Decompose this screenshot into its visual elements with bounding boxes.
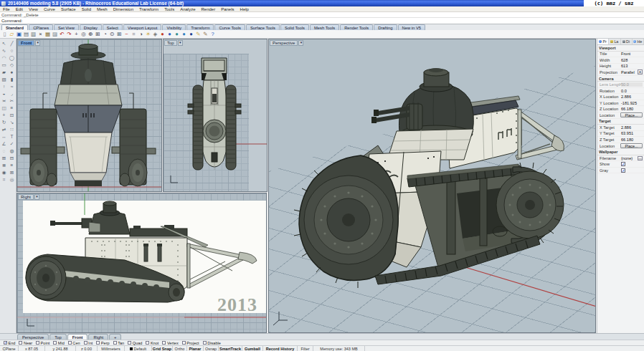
copy-tool-icon[interactable]: ⊡ — [8, 112, 16, 119]
redo-icon[interactable]: ↷ — [66, 31, 72, 38]
osnap-toggle[interactable]: ✓End — [4, 341, 15, 345]
title-bar[interactable]: 20140406 modeling 5.8 (2905 KB) - Rhinoc… — [0, 0, 644, 6]
browse-button[interactable]: ... — [638, 156, 643, 160]
toolbar-tab[interactable]: Standard — [1, 24, 28, 30]
viewport-front[interactable]: Front▼ — [16, 39, 162, 192]
viewport-top[interactable]: Top▼ — [163, 39, 267, 192]
status-cell[interactable]: z 0.00 — [76, 346, 98, 351]
cplane-icon[interactable]: ⌗ — [0, 176, 8, 183]
toolbar-tab[interactable]: New in V5 — [398, 24, 425, 30]
menu-item[interactable]: File — [0, 7, 13, 11]
scale-icon[interactable]: ↘ — [8, 119, 16, 126]
status-cell[interactable]: CPlane — [0, 346, 19, 351]
osnap-toggle[interactable]: ✓Cen — [68, 341, 80, 345]
move-tool-icon[interactable]: + — [0, 112, 8, 119]
rotate-tool-icon[interactable]: ↻ — [0, 119, 8, 126]
lock-icon[interactable]: ◈ — [152, 31, 158, 38]
surface-icon[interactable]: ▰ — [0, 69, 8, 76]
group-icon[interactable]: ⊞ — [0, 155, 8, 162]
osnap-toggle[interactable]: ✓Disable — [203, 341, 221, 345]
tools-icon[interactable]: ✎ — [202, 31, 209, 38]
undo-icon[interactable]: ↶ — [59, 31, 65, 38]
render-teal-icon[interactable]: ● — [174, 31, 180, 38]
osnap-toggle[interactable]: ✓Mid — [53, 341, 65, 345]
clipboard-icon[interactable]: ▨ — [52, 31, 58, 38]
menu-item[interactable]: Surface — [58, 7, 79, 11]
arc-icon[interactable]: ◠ — [0, 54, 8, 62]
array-icon[interactable]: ∷ — [8, 126, 16, 133]
status-cell[interactable]: Osnap — [204, 346, 219, 351]
circle-icon[interactable]: ○ — [8, 47, 16, 54]
status-cell[interactable]: Planar — [187, 346, 204, 351]
viewport-perspective[interactable]: Perspective▼ — [268, 39, 596, 333]
hide-icon[interactable]: − — [123, 31, 130, 38]
rectangle-icon[interactable]: ▭ — [0, 62, 8, 69]
zoom-sel-icon[interactable]: ⊙ — [109, 31, 115, 38]
copy-icon[interactable]: ▥ — [30, 31, 37, 38]
menu-item[interactable]: Solid — [79, 7, 94, 11]
polyline-icon[interactable]: ╱ — [8, 40, 16, 47]
panel-button[interactable]: Place... — [620, 112, 643, 117]
help-icon[interactable]: ? — [209, 31, 216, 38]
toolbar-tab[interactable]: Solid Tools — [280, 24, 309, 30]
status-cell[interactable]: Memory use: 343 MB — [313, 346, 365, 351]
zoom-window-icon[interactable]: ⊕ — [87, 31, 94, 38]
viewport-right-label[interactable]: Right▼ — [18, 194, 39, 200]
dimension-icon[interactable]: ↔ — [0, 133, 8, 140]
osnap-toggle[interactable]: ✓Vertex — [162, 341, 178, 345]
menu-item[interactable]: Tools — [161, 7, 177, 11]
curve-icon[interactable]: ∿ — [0, 47, 8, 54]
pan-icon[interactable]: ◔ — [102, 31, 108, 38]
viewport-menu-icon[interactable]: ▼ — [178, 40, 183, 46]
toolbar-tab[interactable]: Set View — [54, 24, 79, 30]
toolbar-tab[interactable]: Display — [80, 24, 102, 30]
earth-icon[interactable]: ● — [181, 31, 187, 38]
toolbar-tab[interactable]: Select — [103, 24, 123, 30]
loft-icon[interactable]: ≈ — [8, 83, 16, 90]
status-cell[interactable]: SmartTrack — [219, 346, 242, 351]
paste-icon[interactable]: ▦ — [44, 31, 51, 38]
polygon-icon[interactable]: ◇ — [8, 62, 16, 69]
zoom-extents-icon[interactable]: ⊞ — [95, 31, 101, 38]
panel-tab[interactable]: Di — [621, 39, 633, 44]
viewport-tab[interactable]: Perspective — [17, 334, 49, 340]
props-icon[interactable]: ≡ — [8, 162, 16, 169]
view-icon[interactable]: ◎ — [8, 176, 16, 183]
save-icon[interactable]: ▣ — [16, 31, 22, 38]
osnap-toggle[interactable]: ✓Quad — [128, 341, 142, 345]
ungroup-icon[interactable]: ⊟ — [8, 155, 16, 162]
status-cell[interactable]: Gumball — [242, 346, 263, 351]
boolean-icon[interactable]: ◒ — [0, 90, 8, 97]
viewport-top-label[interactable]: Top▼ — [164, 40, 183, 46]
status-cell[interactable]: x 87.05 — [19, 346, 45, 351]
status-cell[interactable]: Default — [125, 346, 152, 351]
pointer-icon[interactable]: ↖ — [0, 40, 8, 47]
render-blue-icon[interactable]: ● — [166, 31, 173, 38]
sphere-icon[interactable]: ● — [8, 69, 16, 76]
osnap-toggle[interactable]: ✓Knot — [146, 341, 158, 345]
panel-checkbox[interactable]: ✓ — [621, 162, 625, 166]
viewport-tab[interactable]: + — [109, 334, 121, 340]
open-icon[interactable]: ▱ — [9, 31, 15, 38]
viewport-tab[interactable]: Front — [67, 334, 88, 340]
lamp-icon[interactable]: ☀ — [145, 31, 151, 38]
delete-icon[interactable]: × — [37, 31, 44, 38]
osnap-toggle[interactable]: ✓Tan — [113, 341, 125, 345]
layer-table-icon[interactable]: ⊞ — [116, 31, 123, 38]
show-icon[interactable]: = — [131, 31, 137, 38]
cylinder-icon[interactable]: ▮ — [8, 76, 16, 83]
viewport-tab[interactable]: Top — [49, 334, 66, 340]
render-navy-icon[interactable]: ● — [188, 31, 194, 38]
viewport-right[interactable]: Right▼ 2013 — [16, 193, 267, 333]
join-icon[interactable]: ≍ — [0, 97, 8, 105]
print-icon[interactable]: ▤ — [23, 31, 29, 38]
menu-item[interactable]: Mesh — [94, 7, 110, 11]
toolbar-tab[interactable]: Viewport Layout — [123, 24, 161, 30]
osnap-icon[interactable]: ◉ — [0, 169, 8, 176]
menu-item[interactable]: Render — [199, 7, 219, 11]
menu-item[interactable]: Help — [237, 7, 252, 11]
zoom-icon[interactable]: ◎ — [80, 31, 87, 38]
hide-obj-icon[interactable]: ◌ — [0, 148, 8, 155]
trim-icon[interactable]: ✂ — [8, 97, 16, 105]
status-cell[interactable]: Grid Snap — [152, 346, 173, 351]
